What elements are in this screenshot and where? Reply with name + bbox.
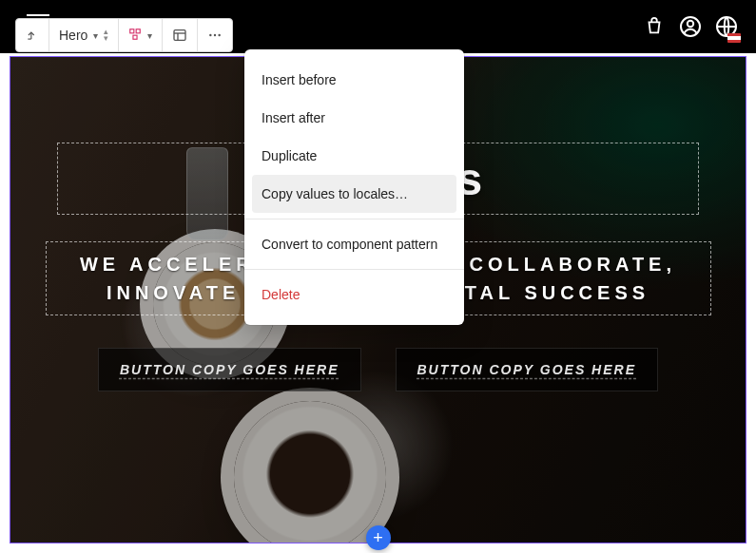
menu-insert-before[interactable]: Insert before (244, 61, 464, 99)
menu-insert-after-label: Insert after (262, 110, 325, 125)
menu-copy-locales[interactable]: Copy values to locales… (252, 175, 456, 213)
hero-button-2-label: BUTTON COPY GOES HERE (417, 362, 637, 377)
menu-delete[interactable]: Delete (244, 276, 464, 314)
menu-copy-locales-label: Copy values to locales… (262, 186, 408, 201)
menu-insert-after[interactable]: Insert after (244, 99, 464, 137)
hero-button-1[interactable]: BUTTON COPY GOES HERE (98, 348, 361, 391)
parent-select-button[interactable] (16, 19, 49, 51)
svg-point-1 (688, 21, 693, 27)
menu-convert-label: Convert to component pattern (262, 237, 437, 252)
menu-separator (244, 219, 464, 219)
hero-button-row: BUTTON COPY GOES HERE BUTTON COPY GOES H… (98, 348, 658, 391)
context-menu: Insert before Insert after Duplicate Cop… (244, 49, 464, 325)
menu-duplicate-label: Duplicate (262, 148, 317, 163)
menu-delete-label: Delete (262, 287, 300, 302)
hero-button-1-label: BUTTON COPY GOES HERE (120, 362, 339, 377)
component-selector-label: Hero (59, 28, 87, 43)
locale-icon[interactable] (714, 14, 739, 39)
svg-point-8 (214, 34, 216, 36)
cart-icon[interactable] (642, 14, 667, 39)
menu-duplicate[interactable]: Duplicate (244, 137, 464, 175)
svg-rect-6 (174, 30, 185, 41)
editor-toolbar: Hero ▾ ▴▾ ▾ (15, 18, 233, 52)
svg-point-9 (219, 34, 221, 36)
account-icon[interactable] (678, 14, 703, 39)
order-arrows-icon: ▴▾ (104, 29, 108, 42)
menu-separator (244, 269, 464, 270)
svg-rect-5 (133, 35, 137, 39)
svg-point-7 (209, 34, 211, 36)
add-component-button[interactable]: + (366, 525, 391, 550)
svg-rect-4 (137, 29, 141, 32)
more-options-button[interactable] (198, 19, 232, 51)
plus-icon: + (373, 528, 383, 548)
layout-icon (128, 28, 142, 44)
topbar-right (642, 14, 739, 39)
content-panel-button[interactable] (163, 19, 198, 51)
menu-convert-pattern[interactable]: Convert to component pattern (244, 225, 464, 263)
component-selector[interactable]: Hero ▾ ▴▾ (49, 19, 119, 51)
chevron-down-icon: ▾ (93, 30, 98, 41)
hero-button-2[interactable]: BUTTON COPY GOES HERE (396, 348, 659, 391)
chevron-down-icon: ▾ (147, 30, 152, 41)
svg-rect-3 (130, 29, 134, 32)
menu-insert-before-label: Insert before (262, 72, 337, 87)
layout-options-button[interactable]: ▾ (119, 19, 163, 51)
